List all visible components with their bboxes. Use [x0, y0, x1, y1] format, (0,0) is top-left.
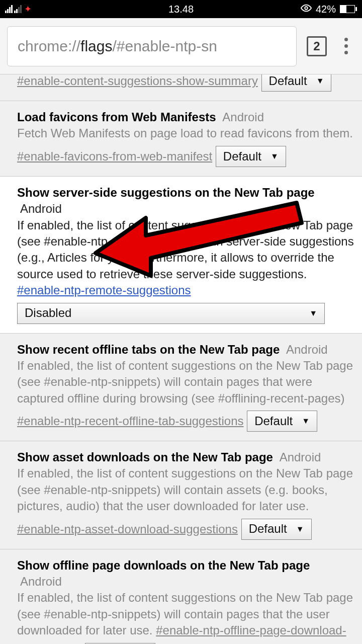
- flag-platform: Android: [286, 343, 328, 356]
- flag-hash-link[interactable]: #enable-content-suggestions-show-summary: [17, 74, 258, 88]
- signal-icon-1: [5, 5, 13, 13]
- flag-hash-link[interactable]: #enable-favicons-from-web-manifest: [17, 149, 212, 163]
- browser-toolbar: chrome://flags/#enable-ntp-sn 2: [0, 18, 362, 74]
- flag-title: Show recent offline tabs on the New Tab …: [17, 343, 280, 356]
- flag-dropdown-value: Default: [249, 521, 287, 537]
- carrier-icon: ✦: [24, 4, 32, 15]
- flag-platform: Android: [280, 450, 321, 464]
- chevron-down-icon: ▼: [309, 308, 317, 319]
- tab-switcher-button[interactable]: 2: [307, 36, 327, 56]
- url-bar[interactable]: chrome://flags/#enable-ntp-sn: [7, 26, 297, 66]
- menu-button[interactable]: [337, 38, 355, 54]
- flag-desc: If enabled, the list of content suggesti…: [17, 359, 353, 405]
- flag-desc: If enabled, the list of content suggesti…: [17, 218, 354, 281]
- url-host: flags: [80, 38, 112, 55]
- flag-dropdown[interactable]: Default ▼: [247, 411, 317, 432]
- flag-desc: If enabled, the list of content suggesti…: [17, 466, 353, 513]
- flag-dropdown[interactable]: Default ▼: [216, 146, 286, 167]
- flag-title: Load favicons from Web Manifests: [17, 110, 216, 124]
- url-prefix: chrome://: [18, 38, 80, 55]
- flag-hash-link[interactable]: #enable-ntp-remote-suggestions: [17, 283, 191, 297]
- flag-title: Show offline page downloads on the New T…: [17, 558, 310, 572]
- tab-count: 2: [313, 39, 320, 53]
- flag-dropdown-value: Default: [269, 74, 307, 89]
- status-bar: ✦ 13.48 42%: [0, 0, 362, 18]
- flag-title: Show asset downloads on the New Tab page: [17, 450, 273, 464]
- flag-item: Show asset downloads on the New Tab page…: [0, 441, 362, 549]
- battery-percent: 42%: [316, 4, 336, 15]
- status-time: 13.48: [122, 4, 239, 15]
- flag-desc: Fetch Web Manifests on page load to read…: [17, 126, 353, 140]
- flags-list[interactable]: #enable-content-suggestions-show-summary…: [0, 74, 362, 644]
- chevron-down-icon: ▼: [302, 416, 310, 427]
- chevron-down-icon: ▼: [270, 151, 279, 162]
- flag-dropdown-value: Default: [254, 413, 293, 429]
- flag-platform: Android: [20, 575, 62, 588]
- chevron-down-icon: ▼: [296, 524, 304, 535]
- eye-icon: [301, 3, 312, 16]
- flag-title: Show server-side suggestions on the New …: [17, 186, 315, 199]
- status-left: ✦: [5, 4, 122, 15]
- svg-point-0: [305, 7, 308, 10]
- flag-dropdown[interactable]: Disabled ▼: [17, 303, 325, 324]
- flag-hash-link[interactable]: #enable-ntp-asset-download-suggestions: [17, 522, 238, 535]
- battery-icon: [340, 5, 357, 13]
- flag-item: Show offline page downloads on the New T…: [0, 549, 362, 644]
- flag-dropdown[interactable]: Default ▼: [241, 519, 312, 540]
- flag-item: Load favicons from Web Manifests Android…: [0, 101, 362, 176]
- flag-dropdown-value: Disabled: [25, 305, 71, 321]
- flag-dropdown-value: Default: [223, 148, 261, 165]
- flag-item: #enable-content-suggestions-show-summary…: [0, 74, 362, 101]
- status-right: 42%: [240, 3, 357, 16]
- chevron-down-icon: ▼: [316, 75, 324, 87]
- flag-item: Show recent offline tabs on the New Tab …: [0, 333, 362, 441]
- signal-icon-2: [14, 5, 22, 13]
- flag-hash-link[interactable]: #enable-ntp-recent-offline-tab-suggestio…: [17, 414, 244, 428]
- url-suffix: /#enable-ntp-sn: [112, 38, 217, 55]
- flag-platform: Android: [20, 202, 62, 215]
- flag-item-highlighted: Show server-side suggestions on the New …: [0, 176, 362, 333]
- flag-platform: Android: [222, 110, 264, 124]
- flag-dropdown[interactable]: Default ▼: [261, 74, 332, 92]
